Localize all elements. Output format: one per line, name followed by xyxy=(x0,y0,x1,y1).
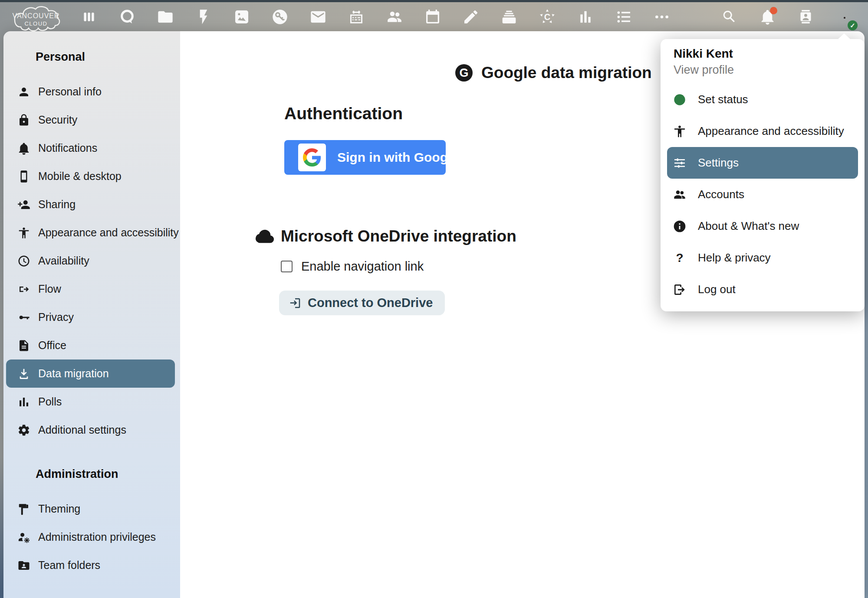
sign-in-with-google-button[interactable]: Sign in with Google xyxy=(284,140,446,175)
user-menu-item-appearance-and-accessibility[interactable]: Appearance and accessibility xyxy=(667,115,858,147)
connect-to-onedrive-button[interactable]: Connect to OneDrive xyxy=(279,291,445,315)
onedrive-heading-text: Microsoft OneDrive integration xyxy=(281,227,516,245)
dropdown-caret xyxy=(838,33,851,39)
grid-icon xyxy=(80,8,98,26)
notification-unread-dot xyxy=(770,7,777,14)
svg-text:C: C xyxy=(544,12,550,22)
calendar-app-button[interactable] xyxy=(414,2,452,31)
document-icon xyxy=(17,339,30,352)
sidebar-item-label: Team folders xyxy=(38,559,100,572)
contacts-app-button[interactable] xyxy=(375,2,414,31)
user-menu-item-label: Log out xyxy=(698,283,736,296)
deck-icon xyxy=(500,8,518,26)
polls-app-button[interactable] xyxy=(566,2,605,31)
google-logo-icon: G xyxy=(454,62,474,83)
contacts-card-icon xyxy=(798,9,814,25)
sidebar-item-security[interactable]: Security xyxy=(6,106,175,134)
dots-icon xyxy=(653,8,671,26)
user-menu-items: Set statusAppearance and accessibilitySe… xyxy=(661,84,865,305)
sidebar-item-data-migration[interactable]: Data migration xyxy=(6,359,175,388)
unified-search-button[interactable] xyxy=(710,2,748,31)
info-icon xyxy=(673,219,687,233)
notifications-button[interactable] xyxy=(748,2,786,31)
sidebar-section-heading-administration: Administration xyxy=(36,467,180,481)
sidebar-item-label: Additional settings xyxy=(38,424,126,436)
vancouver-cloud-logo[interactable]: VANCOUVER CLOUD xyxy=(4,2,69,33)
user-menu-item-about-what-s-new[interactable]: About & What's new xyxy=(667,210,858,242)
lock-icon xyxy=(17,114,30,127)
svg-text:?: ? xyxy=(676,251,683,265)
passwords-app-button[interactable] xyxy=(261,2,299,31)
cloud-logo-icon: VANCOUVER CLOUD xyxy=(4,2,69,33)
activity-app-button[interactable] xyxy=(184,2,223,31)
user-menu-item-log-out[interactable]: Log out xyxy=(667,274,858,305)
sidebar-nav: PersonalPersonal infoSecurityNotificatio… xyxy=(3,50,180,579)
user-menu-item-help-privacy[interactable]: ?Help & privacy xyxy=(667,242,858,274)
star-c-icon: C xyxy=(539,8,556,26)
sidebar-item-label: Data migration xyxy=(38,367,109,380)
sidebar-item-label: Security xyxy=(38,114,77,126)
user-menu-item-label: Settings xyxy=(698,156,739,170)
sidebar-item-label: Administration privileges xyxy=(38,531,156,543)
chart-icon xyxy=(577,8,594,26)
account-icon xyxy=(17,85,30,98)
sidebar-item-additional-settings[interactable]: Additional settings xyxy=(6,416,175,444)
sign-in-label: Sign in with Google xyxy=(337,150,459,165)
sidebar-item-label: Mobile & desktop xyxy=(38,170,122,183)
appointments-app-button[interactable] xyxy=(337,2,375,31)
folder-icon xyxy=(157,8,174,26)
settings-sidebar: PersonalPersonal infoSecurityNotificatio… xyxy=(3,31,180,598)
talk-app-button[interactable] xyxy=(108,2,146,31)
more-app-button[interactable] xyxy=(643,2,681,31)
sidebar-item-availability[interactable]: Availability xyxy=(6,247,175,275)
enable-navigation-checkbox[interactable] xyxy=(281,261,293,272)
user-menu-item-set-status[interactable]: Set status xyxy=(667,84,858,115)
download-icon xyxy=(17,367,30,380)
deck-app-button[interactable] xyxy=(490,2,528,31)
flow-icon xyxy=(17,283,30,296)
sidebar-item-label: Flow xyxy=(38,283,61,295)
mail-icon xyxy=(309,8,327,26)
notes-app-button[interactable] xyxy=(452,2,490,31)
tasks-app-button[interactable] xyxy=(605,2,643,31)
help-icon: ? xyxy=(673,251,687,265)
sidebar-item-label: Personal info xyxy=(38,85,102,98)
page-title-text: Google data migration xyxy=(481,64,652,82)
photos-app-button[interactable] xyxy=(223,2,261,31)
sidebar-item-flow[interactable]: Flow xyxy=(6,275,175,303)
sidebar-item-notifications[interactable]: Notifications xyxy=(6,134,175,162)
view-profile-link[interactable]: View profile xyxy=(674,63,865,77)
sidebar-item-office[interactable]: Office xyxy=(6,331,175,359)
sidebar-item-theming[interactable]: Theming xyxy=(6,495,175,523)
sidebar-item-label: Notifications xyxy=(38,142,97,154)
user-avatar-button[interactable]: ✓ xyxy=(825,2,863,31)
sidebar-item-polls[interactable]: Polls xyxy=(6,388,175,416)
sidebar-item-administration-privileges[interactable]: Administration privileges xyxy=(6,523,175,551)
sidebar-item-personal-info[interactable]: Personal info xyxy=(6,78,175,106)
accounts-icon xyxy=(673,188,687,202)
dashboard-app-button[interactable] xyxy=(70,2,108,31)
mail-app-button[interactable] xyxy=(299,2,337,31)
account-plus-icon xyxy=(17,198,30,211)
search-icon xyxy=(721,9,737,25)
sidebar-item-mobile-desktop[interactable]: Mobile & desktop xyxy=(6,162,175,190)
transfer-icon xyxy=(348,8,365,26)
pencil-icon xyxy=(462,8,480,26)
sidebar-item-sharing[interactable]: Sharing xyxy=(6,190,175,219)
user-menu-item-label: About & What's new xyxy=(698,219,799,233)
authentication-heading: Authentication xyxy=(284,104,403,123)
files-app-button[interactable] xyxy=(146,2,184,31)
bell-icon xyxy=(17,142,30,155)
image-icon xyxy=(233,8,250,26)
cellphone-icon xyxy=(17,170,30,183)
sidebar-item-team-folders[interactable]: Team folders xyxy=(6,551,175,579)
status-icon xyxy=(673,93,687,107)
collectives-app-button[interactable]: C xyxy=(528,2,566,31)
user-menu-item-accounts[interactable]: Accounts xyxy=(667,179,858,210)
sidebar-item-privacy[interactable]: Privacy xyxy=(6,303,175,331)
sidebar-item-appearance-and-accessibility[interactable]: Appearance and accessibility xyxy=(6,219,175,247)
user-menu-item-settings[interactable]: Settings xyxy=(667,147,858,179)
key-icon xyxy=(17,311,30,324)
contacts-menu-button[interactable] xyxy=(786,2,825,31)
sidebar-item-label: Privacy xyxy=(38,311,74,324)
